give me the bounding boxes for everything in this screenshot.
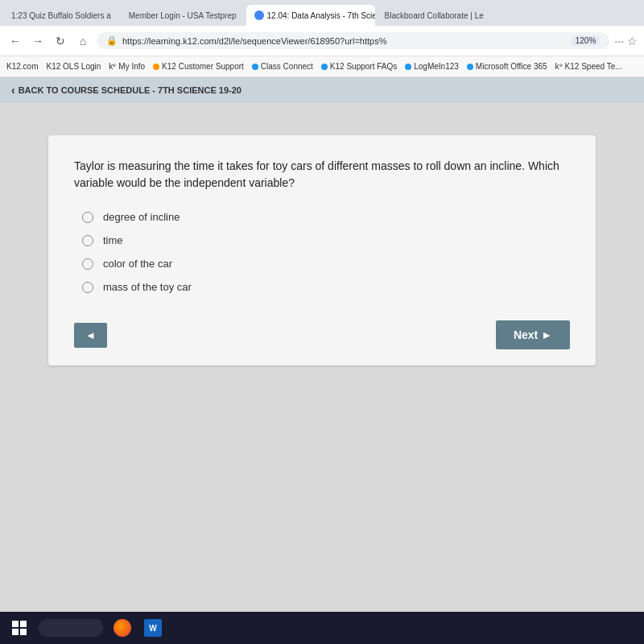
tab-bar: 1:23 Quiz Buffalo Soldiers a Member Logi…: [0, 0, 644, 26]
bookmark-customer-support[interactable]: K12 Customer Support: [153, 62, 244, 71]
word-logo-icon: W: [144, 619, 162, 637]
bookmark-my-info[interactable]: kᵉ My Info: [109, 62, 145, 71]
option-label-1: degree of incline: [103, 211, 180, 223]
bookmark-label: K12 Customer Support: [162, 62, 244, 71]
taskbar-search[interactable]: [39, 619, 103, 637]
bookmark-office365[interactable]: Microsoft Office 365: [467, 62, 547, 71]
forward-button[interactable]: →: [29, 32, 47, 50]
bookmark-dot-icon: [153, 64, 159, 70]
bookmark-dot-icon: [467, 64, 473, 70]
tab-label: Blackboard Collaborate | Le: [385, 11, 484, 20]
option-4[interactable]: mass of the toy car: [82, 281, 570, 293]
course-header: BACK TO COURSE SCHEDULE - 7TH SCIENCE 19…: [0, 77, 644, 103]
bookmark-label: My Info: [118, 62, 145, 71]
bookmark-k12[interactable]: K12.com: [6, 62, 38, 71]
bookmark-dot-icon: [252, 64, 258, 70]
bookmarks-bar: K12.com K12 OLS Login kᵉ My Info K12 Cus…: [0, 56, 644, 77]
question-navigation: ◄ Next ►: [74, 312, 570, 349]
word-taskbar-icon[interactable]: W: [142, 617, 164, 639]
tab-label: 1:23 Quiz Buffalo Soldiers a: [11, 11, 111, 20]
radio-button-4[interactable]: [82, 282, 93, 293]
options-list: degree of incline time color of the car …: [74, 211, 570, 293]
question-text: Taylor is measuring the time it takes fo…: [74, 158, 570, 192]
page-content: BACK TO COURSE SCHEDULE - 7TH SCIENCE 19…: [0, 77, 644, 612]
nav-actions: ··· ☆: [614, 35, 638, 47]
k-icon: kᵉ: [555, 62, 563, 71]
firefox-taskbar-icon[interactable]: [111, 617, 134, 639]
next-button[interactable]: Next ►: [496, 320, 570, 349]
radio-button-2[interactable]: [82, 235, 93, 246]
address-text: https://learning.k12.com/d2l/le/sequence…: [122, 36, 567, 46]
windows-logo-icon: [12, 621, 27, 635]
bookmark-label: LogMeIn123: [414, 62, 459, 71]
bookmark-dot-icon: [321, 64, 328, 70]
bookmark-label: Class Connect: [261, 62, 313, 71]
address-bar[interactable]: 🔒 https://learning.k12.com/d2l/le/sequen…: [97, 32, 609, 49]
tab-label: 12.04: Data Analysis - 7th Scien:: [267, 11, 375, 20]
zoom-level: 120%: [572, 35, 601, 46]
bookmark-class-connect[interactable]: Class Connect: [252, 62, 313, 71]
bookmark-label: K12 Speed Te...: [565, 62, 622, 71]
bookmark-label: K12 Support FAQs: [330, 62, 397, 71]
content-area: Taylor is measuring the time it takes fo…: [0, 103, 644, 612]
bookmark-logmein[interactable]: LogMeIn123: [405, 62, 459, 71]
radio-button-3[interactable]: [82, 258, 93, 270]
tab-data-analysis[interactable]: 12.04: Data Analysis - 7th Scien: ✕: [246, 5, 375, 26]
option-label-3: color of the car: [103, 258, 172, 270]
bookmark-k12-faqs[interactable]: K12 Support FAQs: [321, 62, 397, 71]
prev-button[interactable]: ◄: [74, 323, 107, 348]
tab-label: Member Login - USA Testprep: [129, 11, 237, 20]
windows-start-button[interactable]: [8, 617, 31, 639]
tab-blackboard[interactable]: Blackboard Collaborate | Le: [377, 5, 492, 26]
option-1[interactable]: degree of incline: [82, 211, 570, 223]
option-label-4: mass of the toy car: [103, 281, 192, 293]
firefox-logo-icon: [114, 619, 131, 637]
option-label-2: time: [103, 234, 123, 246]
option-3[interactable]: color of the car: [82, 258, 570, 270]
back-to-course-link[interactable]: BACK TO COURSE SCHEDULE - 7TH SCIENCE 19…: [11, 84, 242, 97]
nav-bar: ← → ↻ ⌂ 🔒 https://learning.k12.com/d2l/l…: [0, 26, 644, 56]
bookmark-label: K12 OLS Login: [46, 62, 101, 71]
taskbar: W: [0, 612, 644, 644]
bookmark-icon[interactable]: ☆: [627, 35, 638, 47]
question-card: Taylor is measuring the time it takes fo…: [48, 135, 596, 365]
radio-button-1[interactable]: [82, 212, 93, 223]
menu-dots-icon[interactable]: ···: [614, 35, 624, 47]
option-2[interactable]: time: [82, 234, 570, 246]
browser-window: 1:23 Quiz Buffalo Soldiers a Member Logi…: [0, 0, 644, 644]
bookmark-k12-speed[interactable]: kᵉ K12 Speed Te...: [555, 62, 622, 71]
home-button[interactable]: ⌂: [74, 32, 92, 50]
back-button[interactable]: ←: [6, 32, 24, 50]
bookmark-label: K12.com: [6, 62, 38, 71]
bookmark-label: Microsoft Office 365: [476, 62, 547, 71]
bookmark-ols-login[interactable]: K12 OLS Login: [46, 62, 101, 71]
security-lock-icon: 🔒: [106, 35, 118, 46]
tab-buffalo-soldiers[interactable]: 1:23 Quiz Buffalo Soldiers a: [3, 5, 119, 26]
tab-favicon-icon: [254, 10, 264, 20]
k-icon: kᵉ: [109, 62, 116, 71]
tab-member-login[interactable]: Member Login - USA Testprep: [121, 5, 245, 26]
bookmark-dot-icon: [405, 64, 411, 70]
refresh-button[interactable]: ↻: [52, 32, 69, 50]
